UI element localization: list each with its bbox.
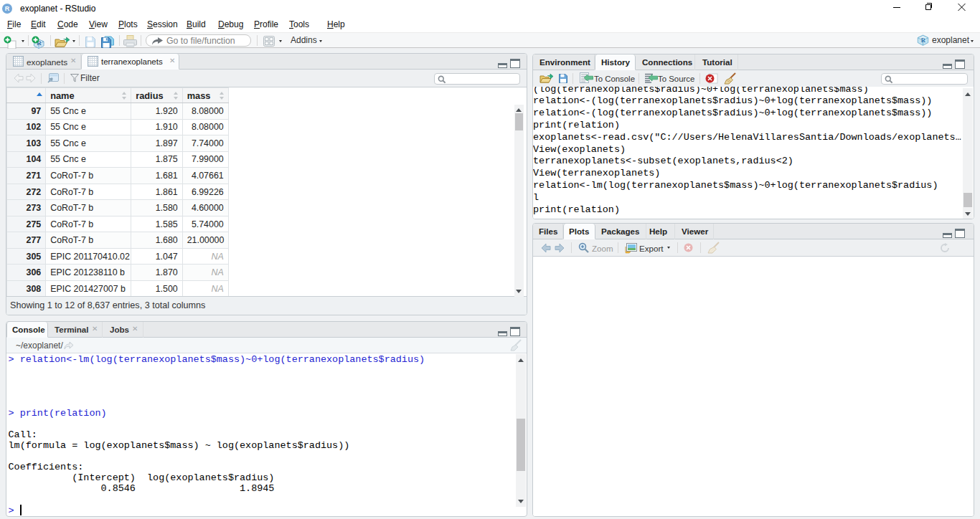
svg-text:R: R xyxy=(921,37,926,44)
